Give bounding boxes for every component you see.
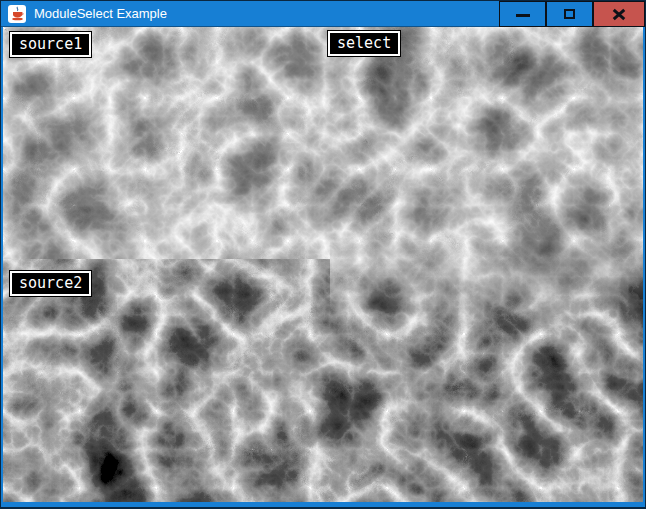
minimize-icon [516,14,530,17]
window-title: ModuleSelect Example [34,6,499,21]
label-select: select [328,31,400,56]
close-icon [612,8,626,20]
source2-inset [3,264,323,502]
noise-render [3,27,643,502]
minimize-button[interactable] [499,1,546,27]
titlebar[interactable]: ModuleSelect Example [1,1,645,27]
source1-inset [3,27,323,264]
close-button[interactable] [593,1,645,27]
app-window: ModuleSelect Example [0,0,646,509]
window-controls [499,1,645,27]
label-source1: source1 [10,32,91,57]
maximize-icon [564,9,575,19]
noise-render-canvas: source1 select source2 [3,27,643,502]
maximize-button[interactable] [546,1,593,27]
java-coffee-cup-icon [8,5,26,23]
label-source2: source2 [10,271,91,296]
